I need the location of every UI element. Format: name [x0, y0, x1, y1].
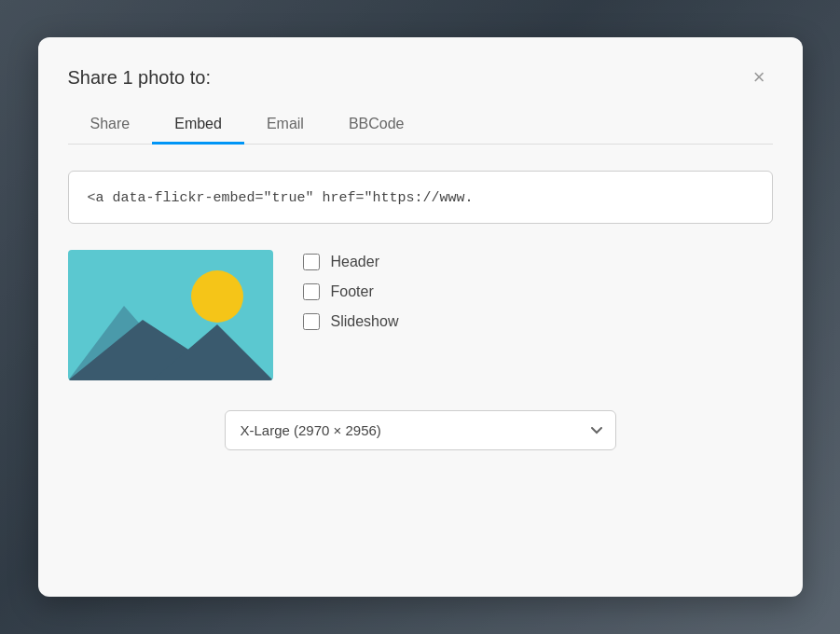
tab-bbcode[interactable]: BBCode	[326, 106, 427, 145]
header-checkbox-label: Header	[331, 254, 379, 270]
footer-checkbox[interactable]	[303, 283, 320, 300]
checkboxes-group: Header Footer Slideshow	[303, 250, 399, 330]
photo-thumbnail	[68, 250, 273, 380]
footer-checkbox-label: Footer	[331, 283, 374, 300]
size-row: X-Large (2970 × 2956) Large (1024 × 1019…	[68, 410, 773, 450]
modal-overlay: Share 1 photo to: × Share Embed Email BB…	[0, 0, 840, 634]
modal-title: Share 1 photo to:	[68, 67, 211, 89]
options-row: Header Footer Slideshow	[68, 250, 773, 380]
slideshow-checkbox[interactable]	[303, 313, 320, 330]
footer-checkbox-item[interactable]: Footer	[303, 283, 399, 300]
tab-share[interactable]: Share	[68, 106, 153, 145]
tab-bar: Share Embed Email BBCode	[68, 106, 773, 145]
close-button[interactable]: ×	[746, 63, 773, 91]
header-checkbox-item[interactable]: Header	[303, 254, 399, 270]
slideshow-checkbox-label: Slideshow	[331, 313, 399, 330]
modal-header: Share 1 photo to: ×	[68, 63, 773, 91]
embed-code-box[interactable]: <a data-flickr-embed="true" href="https:…	[68, 171, 773, 224]
tab-email[interactable]: Email	[244, 106, 326, 145]
tab-embed[interactable]: Embed	[152, 106, 244, 145]
share-modal: Share 1 photo to: × Share Embed Email BB…	[38, 37, 803, 597]
size-select[interactable]: X-Large (2970 × 2956) Large (1024 × 1019…	[225, 410, 616, 450]
embed-code-text: <a data-flickr-embed="true" href="https:…	[88, 190, 474, 206]
slideshow-checkbox-item[interactable]: Slideshow	[303, 313, 399, 330]
svg-point-1	[191, 270, 243, 323]
header-checkbox[interactable]	[303, 254, 320, 270]
